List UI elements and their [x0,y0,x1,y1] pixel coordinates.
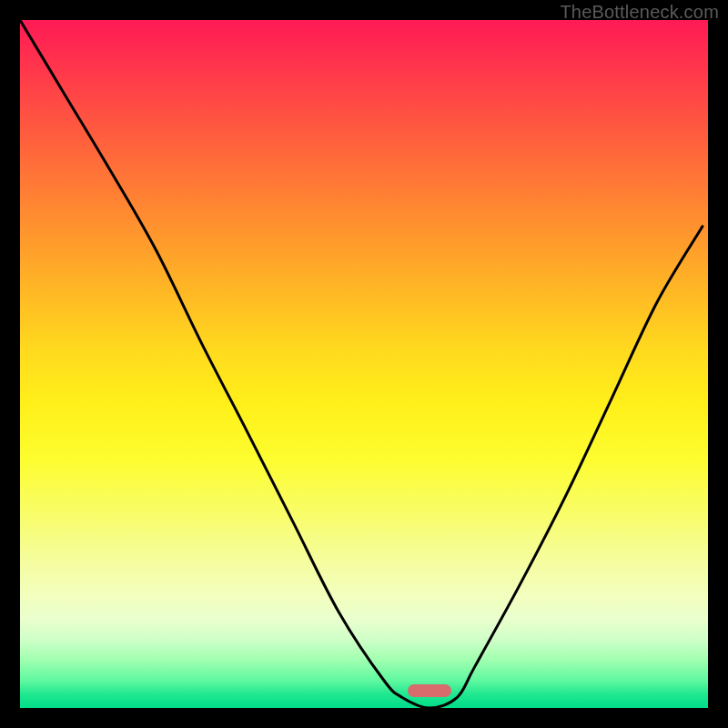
chart-frame: TheBottleneck.com [0,0,728,728]
optimal-point-marker [408,684,451,697]
plot-area [20,20,708,708]
bottleneck-curve [20,20,708,708]
watermark-text: TheBottleneck.com [560,2,719,23]
